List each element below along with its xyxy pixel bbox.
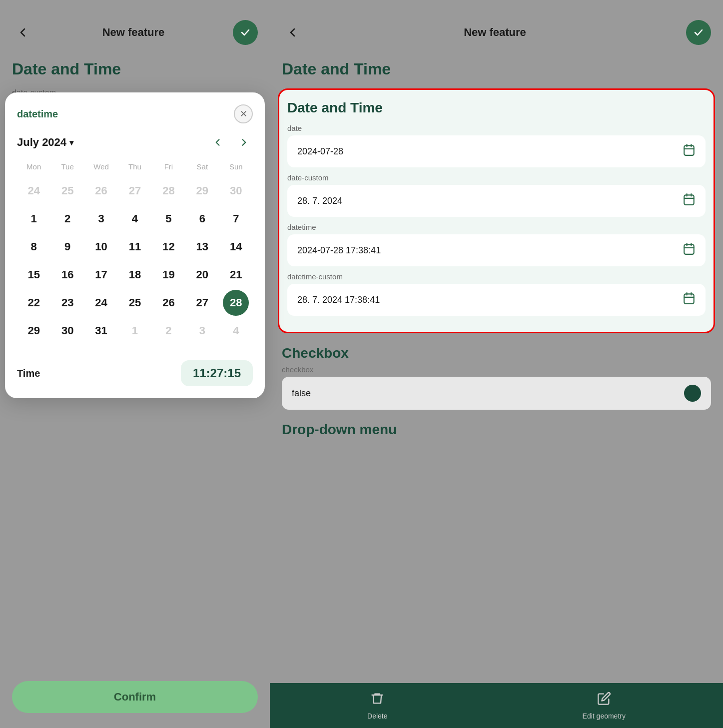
calendar-day[interactable]: 25: [50, 178, 84, 204]
calendar-day[interactable]: 2: [50, 206, 84, 232]
calendar-day[interactable]: 8: [17, 234, 50, 260]
field-group-date-custom: date-custom 28. 7. 2024: [287, 173, 706, 217]
calendar-week-5: 22 23 24 25 26 27 28: [17, 290, 253, 316]
calendar-day[interactable]: 18: [118, 262, 151, 288]
field-input-date[interactable]: 2024-07-28: [287, 135, 706, 167]
calendar-day[interactable]: 26: [152, 290, 185, 316]
calendar-day[interactable]: 30: [219, 178, 253, 204]
toggle-dot[interactable]: [684, 385, 701, 402]
svg-rect-3: [684, 294, 694, 304]
calendar-day[interactable]: 6: [185, 206, 219, 232]
left-back-button[interactable]: [12, 21, 34, 43]
delete-label: Delete: [367, 712, 387, 720]
modal-close-button[interactable]: ✕: [234, 104, 253, 123]
right-back-button[interactable]: [282, 21, 304, 43]
calendar-day-selected[interactable]: 28: [223, 290, 249, 316]
day-header-sun: Sun: [219, 159, 253, 174]
month-year-label: July 2024: [17, 136, 66, 149]
svg-rect-1: [684, 195, 694, 205]
next-month-button[interactable]: [235, 133, 253, 151]
calendar-day[interactable]: 12: [152, 234, 185, 260]
field-input-datetime[interactable]: 2024-07-28 17:38:41: [287, 234, 706, 266]
day-header-sat: Sat: [185, 159, 219, 174]
right-header: New feature: [270, 0, 723, 55]
right-page-title: Date and Time: [278, 55, 715, 88]
right-header-title: New feature: [464, 26, 526, 39]
checkbox-field-value: false: [292, 388, 311, 399]
confirm-button[interactable]: Confirm: [12, 681, 258, 713]
field-input-date-custom[interactable]: 28. 7. 2024: [287, 185, 706, 217]
calendar-day[interactable]: 20: [185, 262, 219, 288]
calendar-day[interactable]: 24: [17, 178, 50, 204]
delete-button[interactable]: Delete: [367, 692, 387, 720]
calendar-day[interactable]: 9: [50, 234, 84, 260]
svg-rect-2: [684, 244, 694, 254]
field-value-date-custom: 28. 7. 2024: [297, 196, 342, 206]
calendar-day[interactable]: 4: [219, 318, 253, 344]
left-panel: New feature Date and Time date-custom da…: [0, 0, 270, 728]
calendar-day[interactable]: 5: [152, 206, 185, 232]
right-check-button[interactable]: [686, 20, 711, 45]
calendar-day[interactable]: 16: [50, 262, 84, 288]
calendar-day[interactable]: 27: [118, 178, 151, 204]
svg-rect-0: [684, 145, 694, 155]
left-header: New feature: [0, 0, 270, 55]
calendar-day[interactable]: 4: [118, 206, 151, 232]
calendar-icon-date: [683, 143, 696, 159]
prev-month-button[interactable]: [209, 133, 227, 151]
calendar-day[interactable]: 15: [17, 262, 50, 288]
calendar-day[interactable]: 23: [50, 290, 84, 316]
calendar-icon-datetime-custom: [683, 292, 696, 308]
calendar-day[interactable]: 29: [185, 178, 219, 204]
calendar-day[interactable]: 14: [219, 234, 253, 260]
month-year-selector[interactable]: July 2024 ▾: [17, 136, 73, 149]
calendar-day[interactable]: 13: [185, 234, 219, 260]
date-time-section-title: Date and Time: [287, 100, 706, 116]
left-header-title: New feature: [102, 26, 165, 39]
calendar-day[interactable]: 26: [84, 178, 118, 204]
left-page-title: Date and Time: [0, 55, 270, 88]
calendar-day[interactable]: 22: [17, 290, 50, 316]
calendar-day[interactable]: 19: [152, 262, 185, 288]
calendar-day[interactable]: 1: [17, 206, 50, 232]
field-input-datetime-custom[interactable]: 28. 7. 2024 17:38:41: [287, 284, 706, 316]
calendar-day[interactable]: 27: [185, 290, 219, 316]
calendar-day[interactable]: 25: [118, 290, 151, 316]
calendar-day[interactable]: 7: [219, 206, 253, 232]
calendar-day[interactable]: 10: [84, 234, 118, 260]
calendar-day[interactable]: 31: [84, 318, 118, 344]
calendar-day[interactable]: 1: [118, 318, 151, 344]
edit-geometry-button[interactable]: Edit geometry: [583, 692, 626, 720]
bottom-bar: Delete Edit geometry: [270, 683, 723, 728]
chevron-down-icon: ▾: [69, 138, 73, 147]
calendar-day[interactable]: 24: [84, 290, 118, 316]
field-label-date: date: [287, 124, 706, 132]
calendar-week-4: 15 16 17 18 19 20 21: [17, 262, 253, 288]
day-header-wed: Wed: [84, 159, 118, 174]
time-label: Time: [17, 368, 40, 379]
calendar-day[interactable]: 3: [84, 206, 118, 232]
calendar-week-2: 1 2 3 4 5 6 7: [17, 206, 253, 232]
calendar-day[interactable]: 29: [17, 318, 50, 344]
field-group-date: date 2024-07-28: [287, 124, 706, 167]
field-value-date: 2024-07-28: [297, 146, 343, 157]
left-check-button[interactable]: [233, 20, 258, 45]
dropdown-section: Drop-down menu: [278, 422, 715, 438]
calendar-day[interactable]: 11: [118, 234, 151, 260]
calendar-day[interactable]: 3: [185, 318, 219, 344]
calendar-day[interactable]: 21: [219, 262, 253, 288]
calendar-day[interactable]: 17: [84, 262, 118, 288]
time-value[interactable]: 11:27:15: [181, 360, 253, 386]
field-group-datetime: datetime 2024-07-28 17:38:41: [287, 223, 706, 266]
checkbox-input-row[interactable]: false: [282, 377, 711, 410]
day-header-tue: Tue: [50, 159, 84, 174]
calendar-day[interactable]: 30: [50, 318, 84, 344]
calendar-day[interactable]: 2: [152, 318, 185, 344]
checkbox-field-label: checkbox: [282, 365, 711, 374]
calendar-week-6: 29 30 31 1 2 3 4: [17, 318, 253, 344]
calendar-day[interactable]: 28: [152, 178, 185, 204]
date-time-section: Date and Time date 2024-07-28 date-custo…: [278, 88, 715, 333]
day-header-fri: Fri: [152, 159, 185, 174]
delete-icon: [370, 692, 384, 709]
day-header-mon: Mon: [17, 159, 50, 174]
